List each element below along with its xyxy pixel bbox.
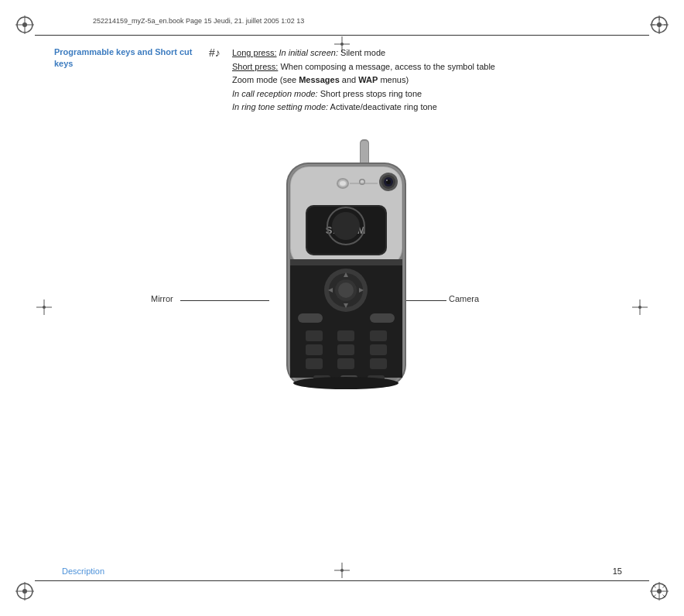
- desc-line-1: Long press: In initial screen: Silent mo…: [232, 46, 627, 60]
- footer-label: Description: [62, 566, 104, 576]
- top-border: [35, 35, 649, 36]
- svg-rect-75: [337, 344, 354, 355]
- svg-rect-78: [337, 358, 354, 369]
- svg-rect-60: [290, 259, 402, 265]
- crosshair-bottom: [333, 562, 351, 580]
- desc-line-5: In ring tone setting mode: Activate/deac…: [232, 101, 627, 115]
- key-symbol: #♪: [209, 46, 221, 59]
- svg-point-19: [657, 589, 662, 594]
- reg-mark-top-right: [648, 14, 670, 36]
- page-number: 15: [613, 566, 622, 576]
- svg-point-47: [386, 180, 388, 181]
- svg-rect-70: [370, 313, 395, 323]
- svg-rect-69: [298, 313, 323, 323]
- desc-line-3: Zoom mode (see Messages and WAP menus): [232, 74, 627, 87]
- svg-rect-76: [370, 344, 387, 355]
- svg-point-35: [638, 306, 641, 309]
- svg-point-29: [340, 569, 344, 572]
- svg-point-50: [340, 181, 346, 186]
- svg-rect-79: [370, 358, 387, 369]
- svg-rect-77: [306, 358, 323, 369]
- long-press-label: Long press:: [232, 48, 276, 57]
- svg-point-64: [338, 282, 354, 298]
- reg-mark-top-left: [14, 14, 36, 36]
- crosshair-right: [631, 299, 648, 317]
- svg-rect-74: [306, 344, 323, 355]
- svg-point-26: [340, 43, 344, 46]
- key-descriptions: Long press: In initial screen: Silent mo…: [232, 46, 627, 115]
- reg-mark-bottom-left: [14, 580, 36, 602]
- svg-point-58: [332, 212, 360, 240]
- mirror-label: Mirror: [151, 294, 173, 303]
- header-text: 252214159_myZ-5a_en.book Page 15 Jeudi, …: [93, 17, 304, 25]
- svg-rect-71: [306, 330, 323, 341]
- svg-point-32: [43, 306, 46, 309]
- svg-point-83: [293, 377, 398, 389]
- bottom-border: [35, 580, 649, 581]
- phone-image: SAGEM: [217, 132, 464, 433]
- svg-point-3: [22, 22, 27, 27]
- svg-point-7: [657, 22, 662, 27]
- phone-svg: SAGEM: [240, 139, 441, 426]
- desc-line-4: In call reception mode: Short press stop…: [232, 87, 627, 101]
- svg-rect-73: [370, 330, 387, 341]
- key-section-title: Programmable keys and Short cut keys: [54, 46, 193, 70]
- svg-point-15: [22, 589, 27, 594]
- short-press-label: Short press:: [232, 62, 278, 71]
- desc-line-2: Short press: When composing a message, a…: [232, 60, 627, 74]
- crosshair-left: [36, 299, 53, 317]
- svg-rect-72: [337, 330, 354, 341]
- reg-mark-bottom-right: [648, 580, 670, 602]
